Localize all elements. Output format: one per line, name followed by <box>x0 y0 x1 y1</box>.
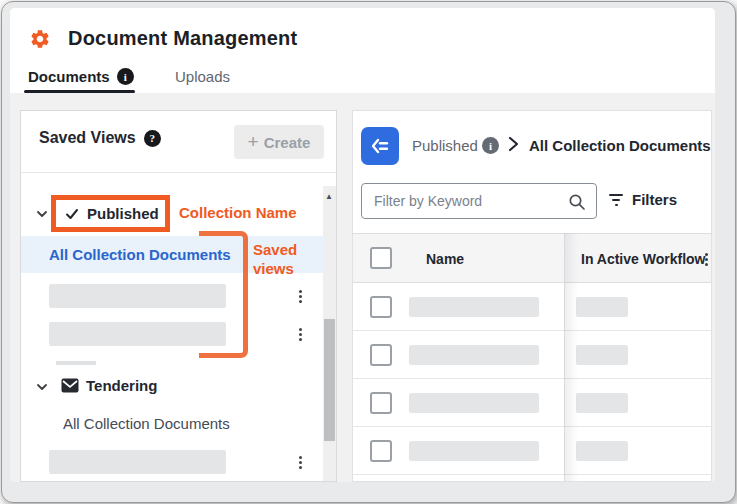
row-checkbox[interactable] <box>370 392 392 414</box>
cell-workflow-placeholder <box>576 345 628 365</box>
keyword-filter-input[interactable] <box>362 184 596 218</box>
cell-name-placeholder <box>409 297 539 317</box>
table-row[interactable] <box>353 331 712 379</box>
page-title: Document Management <box>68 27 297 50</box>
keyword-filter <box>361 183 597 219</box>
saved-view-item[interactable]: All Collection Documents <box>63 415 230 432</box>
row-checkbox[interactable] <box>370 296 392 318</box>
documents-panel: Published i All Collection Documents F <box>352 110 712 482</box>
tab-documents-label: Documents <box>28 68 110 85</box>
table-row[interactable] <box>353 427 712 475</box>
annotation-saved-views: Saved views <box>253 240 317 278</box>
more-vertical-icon[interactable] <box>292 325 308 343</box>
filters-button[interactable]: Filters <box>609 191 677 208</box>
breadcrumb-collection[interactable]: Published <box>412 137 478 154</box>
collapse-panel-icon <box>369 135 391 157</box>
app-header: Document Management Documents i Uploads <box>10 8 715 93</box>
table-row[interactable] <box>353 475 712 482</box>
saved-views-annotation-bracket <box>199 231 248 358</box>
truncated-item-placeholder <box>56 361 96 365</box>
cell-name-placeholder <box>409 441 539 461</box>
row-checkbox[interactable] <box>370 344 392 366</box>
cell-name-placeholder <box>409 393 539 413</box>
saved-views-title: Saved Views ? <box>39 129 161 147</box>
column-header-name[interactable]: Name <box>426 251 464 267</box>
info-icon[interactable]: i <box>117 68 134 85</box>
plus-icon: + <box>248 131 259 153</box>
pinned-column-shadow <box>565 233 578 482</box>
cell-workflow-placeholder <box>576 441 628 461</box>
row-checkbox[interactable] <box>370 440 392 462</box>
collection-published[interactable]: Published <box>87 205 159 222</box>
breadcrumb-view: All Collection Documents <box>529 137 711 154</box>
filters-button-label: Filters <box>632 191 677 208</box>
divider <box>21 172 337 173</box>
gear-icon <box>29 28 51 50</box>
saved-view-placeholder[interactable] <box>49 450 226 474</box>
scrollbar[interactable]: ▲ <box>323 186 337 482</box>
annotation-collection-name: Collection Name <box>179 204 297 221</box>
select-all-checkbox[interactable] <box>370 247 392 269</box>
saved-views-panel: Saved Views ? + Create Published <box>20 110 337 482</box>
more-vertical-icon[interactable] <box>292 287 308 305</box>
cell-workflow-placeholder <box>576 297 628 317</box>
search-icon[interactable] <box>568 193 586 211</box>
tab-uploads[interactable]: Uploads <box>175 68 230 85</box>
cell-name-placeholder <box>409 345 539 365</box>
chevron-right-icon <box>506 136 520 152</box>
cell-workflow-placeholder <box>576 393 628 413</box>
tab-uploads-label: Uploads <box>175 68 230 85</box>
collection-tendering: Tendering <box>86 377 157 394</box>
column-header-in-active-workflow[interactable]: In Active Workflow <box>581 251 705 267</box>
info-icon[interactable]: i <box>482 137 499 154</box>
scrollbar-thumb[interactable] <box>324 319 335 441</box>
column-menu-icon[interactable] <box>698 250 712 268</box>
table-header-row: Name In Active Workflow <box>353 233 712 283</box>
saved-views-title-label: Saved Views <box>39 129 136 147</box>
check-icon <box>65 207 79 221</box>
create-button-label: Create <box>264 134 311 151</box>
tab-documents[interactable]: Documents i <box>28 68 134 85</box>
filter-icon <box>609 194 623 206</box>
table-row[interactable] <box>353 379 712 427</box>
help-icon[interactable]: ? <box>144 130 161 147</box>
table-row[interactable] <box>353 283 712 331</box>
collection-tendering-row[interactable]: Tendering <box>21 376 321 398</box>
app-content: Document Management Documents i Uploads … <box>10 8 715 482</box>
documents-table: Name In Active Workflow <box>353 233 712 482</box>
chevron-down-icon[interactable] <box>36 208 48 220</box>
create-button[interactable]: + Create <box>234 125 324 159</box>
app-window: Document Management Documents i Uploads … <box>1 1 736 503</box>
main-area: Saved Views ? + Create Published <box>10 93 715 482</box>
more-vertical-icon[interactable] <box>292 453 308 471</box>
scroll-up-arrow-icon[interactable]: ▲ <box>325 192 333 201</box>
collection-name-annotation-box: Published <box>51 195 170 232</box>
mail-icon <box>61 378 79 393</box>
collapse-panel-button[interactable] <box>361 127 399 165</box>
